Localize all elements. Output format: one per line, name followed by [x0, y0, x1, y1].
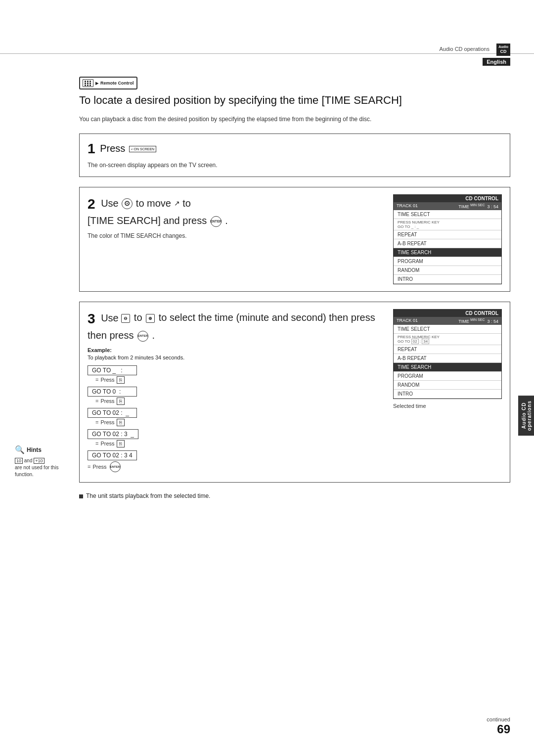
cd-item-time-select-2: TIME SELECT — [394, 325, 501, 334]
dot — [89, 81, 91, 82]
press-arrow-5: = Press ENTER — [88, 461, 385, 472]
num-key-icon-1: ⎘ — [117, 376, 125, 384]
time-label-2: TIME — [458, 319, 469, 324]
step3-number: 3 — [88, 311, 95, 326]
step2-use-label: Use — [101, 197, 119, 208]
press-arrow-4: = Press ⎘ — [95, 440, 385, 447]
time-unit-2: MIN SEC — [470, 318, 485, 321]
step3-use-label: Use — [101, 312, 119, 323]
step2-timesearch-label: [TIME SEARCH] and press — [88, 215, 207, 226]
goto-box-3: GO TO 02 : _ — [88, 408, 137, 418]
vertical-label-text: Audio CD — [521, 402, 527, 429]
hints-num1: 10 — [15, 458, 23, 464]
dot — [85, 85, 86, 86]
onscreen-text: ON SCREEN — [134, 147, 155, 151]
cd-item-repeat-1: REPEAT — [394, 230, 501, 239]
description-text: You can playback a disc from the desired… — [79, 115, 510, 124]
num-4-icon: ⎘ — [119, 441, 122, 446]
goto-box-4: GO TO 02 : 3 _ — [88, 429, 138, 439]
time-val-2: 3 : 54 — [487, 319, 498, 324]
step3-right: CD CONTROL TRACK 01 TIME MIN SEC 3 : 54 … — [393, 309, 502, 409]
step2-sub-text: The color of TIME SEARCH changes. — [88, 231, 385, 240]
cd-item-random-1: RANDOM — [394, 266, 501, 275]
dot — [85, 83, 86, 84]
step2-title-line: 2 Use ⊙ to move ↗ to [TIME SEARCH] and p… — [88, 194, 385, 227]
cd-control-items-1: TIME SELECT PRESS NUMERIC KEYGO TO _ : _… — [394, 210, 501, 284]
dot — [89, 85, 91, 86]
square-bullet-icon — [79, 494, 83, 498]
hints-icon: 🔍 — [15, 445, 25, 454]
goto-row-4: GO TO 02 : 3 _ = Press ⎘ — [88, 429, 385, 447]
hints-num2: +10 — [34, 458, 44, 464]
hints-box: 🔍 Hints 10 and +10 are not used for this… — [15, 445, 74, 478]
num-key-icon-3: ⎘ — [117, 419, 125, 426]
step1-press-label: Press — [100, 143, 125, 154]
cd-track-info-2: TRACK 01 TIME MIN SEC 3 : 54 — [394, 317, 501, 325]
eq-sign-3: = — [95, 419, 98, 425]
num-key-icon-4: ⎘ — [117, 440, 125, 447]
example-text: To playback from 2 minutes 34 seconds. — [88, 355, 385, 360]
cd-control-items-2: TIME SELECT PRESS NUMERIC KEY GO TO 02 :… — [394, 325, 501, 399]
btn-minus-icon: ⊖ — [121, 314, 130, 323]
hints-and: and — [24, 458, 34, 463]
main-content: ▶ Remote Control To locate a desired pos… — [79, 77, 510, 499]
step2-period: . — [225, 215, 228, 226]
time-info-1: TIME MIN SEC 3 : 54 — [458, 203, 498, 209]
dot — [89, 83, 91, 84]
cd-item-press-num-2: PRESS NUMERIC KEY GO TO 02 : 34 — [394, 334, 501, 345]
step3-container: 3 Use ⊖ to ⊕ to select the time (minute … — [79, 302, 510, 483]
press-label-4: Press — [100, 441, 114, 446]
press-arrow-3: = Press ⎘ — [95, 419, 385, 426]
btn-plus-icon: ⊕ — [146, 314, 155, 323]
press-label-2: Press — [100, 398, 114, 404]
num-0-icon: ⎘ — [119, 377, 122, 383]
time-label-1: TIME — [458, 204, 469, 209]
onscreen-icon: ⌐ ON SCREEN — [129, 146, 156, 152]
step2-to-label: to — [182, 197, 191, 208]
joystick-icon: ⊙ — [122, 198, 133, 209]
cd-text: CD — [498, 49, 508, 55]
dots-grid-icon — [85, 81, 91, 86]
hints-body: are not used for this function. — [15, 465, 58, 477]
eq-sign-4: = — [95, 441, 98, 446]
audio-cd-badge: Audio CD — [496, 44, 510, 56]
cd-item-intro-1: INTRO — [394, 275, 501, 284]
step2-right: CD CONTROL TRACK 01 TIME MIN SEC 3 : 54 … — [393, 194, 502, 284]
bottom-note: The unit starts playback from the select… — [79, 492, 510, 499]
vertical-label-text2: operations — [527, 400, 532, 431]
step1-box: 1 Press ⌐ ON SCREEN The on-screen displa… — [79, 133, 510, 177]
step3-title-line: 3 Use ⊖ to ⊕ to select the time (minute … — [88, 309, 385, 342]
dot — [87, 83, 89, 84]
onscreen-icon-symbol: ⌐ — [131, 147, 134, 151]
press-label-3: Press — [100, 419, 114, 425]
step2-tomove-label: to move — [136, 197, 171, 208]
remote-play-arrow: ▶ — [95, 81, 98, 86]
time-info-2: TIME MIN SEC 3 : 54 — [458, 318, 498, 324]
cd-item-intro-2: INTRO — [394, 390, 501, 399]
step2-box: 2 Use ⊙ to move ↗ to [TIME SEARCH] and p… — [79, 187, 510, 292]
eq-sign-5: = — [88, 464, 90, 470]
vertical-audio-cd-label: Audio CD operations — [518, 396, 534, 436]
dot — [87, 81, 89, 82]
eq-sign-1: = — [95, 377, 98, 383]
step2-number: 2 — [88, 196, 95, 212]
cd-item-program-2: PROGRAM — [394, 372, 501, 381]
continued-text: continued — [487, 716, 510, 722]
goto-row-5: GO TO 02 : 3 4 = Press ENTER — [88, 450, 385, 472]
cd-track-info-1: TRACK 01 TIME MIN SEC 3 : 54 — [394, 202, 501, 210]
dot — [87, 85, 89, 86]
time-unit-1: MIN SEC — [470, 203, 485, 207]
step2-left: 2 Use ⊙ to move ↗ to [TIME SEARCH] and p… — [88, 194, 385, 240]
time-val-1: 3 : 54 — [487, 204, 498, 209]
cd-control-header-2: CD CONTROL — [394, 310, 501, 317]
enter-icon-last: ENTER — [110, 461, 121, 472]
goto-box-1: GO TO _ : — [88, 365, 137, 375]
selected-time-label: Selected time — [393, 403, 502, 409]
step3-to1: to — [134, 312, 142, 323]
step1-sub-text: The on-screen display appears on the TV … — [88, 161, 502, 170]
cd-item-time-select-1: TIME SELECT — [394, 210, 501, 219]
english-badge: English — [483, 58, 510, 66]
step3-then-press: then press — [88, 330, 134, 341]
screen-rect-icon — [83, 79, 93, 87]
goto-box-5: GO TO 02 : 3 4 — [88, 450, 137, 460]
